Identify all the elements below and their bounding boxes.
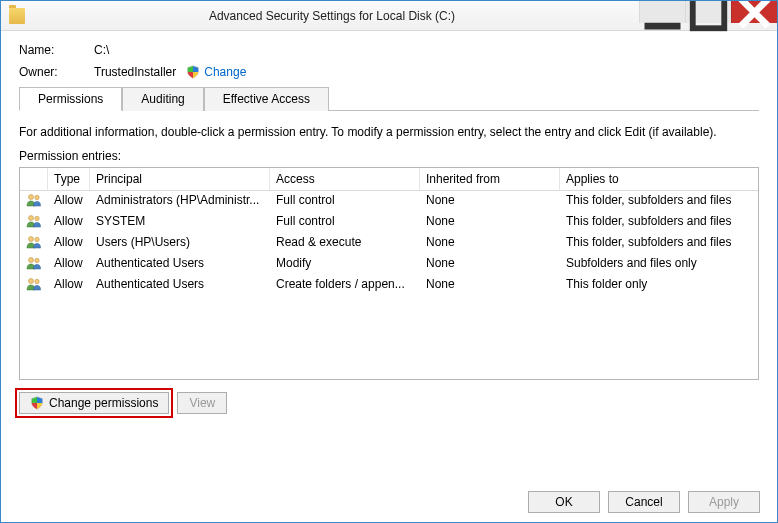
cell-applies: Subfolders and files only (560, 255, 758, 274)
cell-principal: Users (HP\Users) (90, 234, 270, 253)
column-applies[interactable]: Applies to (560, 168, 758, 190)
svg-point-5 (35, 195, 39, 199)
owner-value: TrustedInstaller (94, 65, 176, 79)
dialog-footer: OK Cancel Apply (528, 491, 760, 513)
svg-point-9 (35, 237, 39, 241)
shield-icon (186, 65, 200, 79)
column-access[interactable]: Access (270, 168, 420, 190)
svg-point-12 (29, 279, 34, 284)
svg-rect-1 (693, 0, 725, 28)
svg-point-10 (29, 258, 34, 263)
cell-principal: Authenticated Users (90, 276, 270, 295)
tab-effective-access[interactable]: Effective Access (204, 87, 329, 111)
users-icon (26, 277, 42, 291)
tab-permissions[interactable]: Permissions (19, 87, 122, 111)
svg-point-6 (29, 216, 34, 221)
cell-type: Allow (48, 276, 90, 295)
tabs: Permissions Auditing Effective Access (19, 87, 759, 111)
name-row: Name: C:\ (19, 43, 759, 57)
svg-point-8 (29, 237, 34, 242)
cell-principal: SYSTEM (90, 213, 270, 232)
column-inherited[interactable]: Inherited from (420, 168, 560, 190)
column-principal[interactable]: Principal (90, 168, 270, 190)
cell-access: Full control (270, 192, 420, 211)
cell-inherited: None (420, 255, 560, 274)
cell-inherited: None (420, 234, 560, 253)
content-pane: Name: C:\ Owner: TrustedInstaller Change… (1, 31, 777, 424)
folder-icon (9, 8, 25, 24)
svg-point-4 (29, 195, 34, 200)
cell-applies: This folder, subfolders and files (560, 192, 758, 211)
users-icon (26, 235, 42, 249)
cell-inherited: None (420, 276, 560, 295)
titlebar: Advanced Security Settings for Local Dis… (1, 1, 777, 31)
users-icon (26, 193, 42, 207)
change-owner-link[interactable]: Change (186, 65, 246, 79)
name-label: Name: (19, 43, 94, 57)
cell-principal: Administrators (HP\Administr... (90, 192, 270, 211)
users-icon (26, 256, 42, 270)
svg-point-11 (35, 258, 39, 262)
shield-icon (30, 396, 44, 410)
change-permissions-button[interactable]: Change permissions (19, 392, 169, 414)
cell-inherited: None (420, 192, 560, 211)
cell-applies: This folder, subfolders and files (560, 234, 758, 253)
action-buttons: Change permissions View (19, 392, 759, 414)
cancel-button[interactable]: Cancel (608, 491, 680, 513)
table-row[interactable]: AllowAuthenticated UsersModifyNoneSubfol… (20, 254, 758, 275)
info-text: For additional information, double-click… (19, 125, 759, 139)
cell-inherited: None (420, 213, 560, 232)
close-button[interactable] (731, 1, 777, 23)
cell-type: Allow (48, 255, 90, 274)
window-title: Advanced Security Settings for Local Dis… (25, 9, 639, 23)
cell-access: Modify (270, 255, 420, 274)
change-permissions-label: Change permissions (49, 396, 158, 410)
cell-access: Create folders / appen... (270, 276, 420, 295)
minimize-button[interactable] (639, 1, 685, 23)
permission-entries-label: Permission entries: (19, 149, 759, 163)
table-body: AllowAdministrators (HP\Administr...Full… (20, 191, 758, 379)
cell-type: Allow (48, 213, 90, 232)
owner-row: Owner: TrustedInstaller Change (19, 65, 759, 79)
table-row[interactable]: AllowAuthenticated UsersCreate folders /… (20, 275, 758, 296)
cell-access: Full control (270, 213, 420, 232)
table-header: Type Principal Access Inherited from App… (20, 168, 758, 191)
svg-point-13 (35, 279, 39, 283)
column-icon[interactable] (20, 168, 48, 190)
change-owner-label: Change (204, 65, 246, 79)
table-row[interactable]: AllowAdministrators (HP\Administr...Full… (20, 191, 758, 212)
permission-table: Type Principal Access Inherited from App… (19, 167, 759, 380)
apply-button[interactable]: Apply (688, 491, 760, 513)
cell-applies: This folder only (560, 276, 758, 295)
column-type[interactable]: Type (48, 168, 90, 190)
view-button[interactable]: View (177, 392, 227, 414)
maximize-button[interactable] (685, 1, 731, 23)
cell-type: Allow (48, 192, 90, 211)
tab-auditing[interactable]: Auditing (122, 87, 203, 111)
ok-button[interactable]: OK (528, 491, 600, 513)
table-row[interactable]: AllowSYSTEMFull controlNoneThis folder, … (20, 212, 758, 233)
cell-principal: Authenticated Users (90, 255, 270, 274)
users-icon (26, 214, 42, 228)
table-row[interactable]: AllowUsers (HP\Users)Read & executeNoneT… (20, 233, 758, 254)
cell-type: Allow (48, 234, 90, 253)
window-controls (639, 1, 777, 30)
cell-access: Read & execute (270, 234, 420, 253)
svg-point-7 (35, 216, 39, 220)
owner-label: Owner: (19, 65, 94, 79)
name-value: C:\ (94, 43, 109, 57)
cell-applies: This folder, subfolders and files (560, 213, 758, 232)
